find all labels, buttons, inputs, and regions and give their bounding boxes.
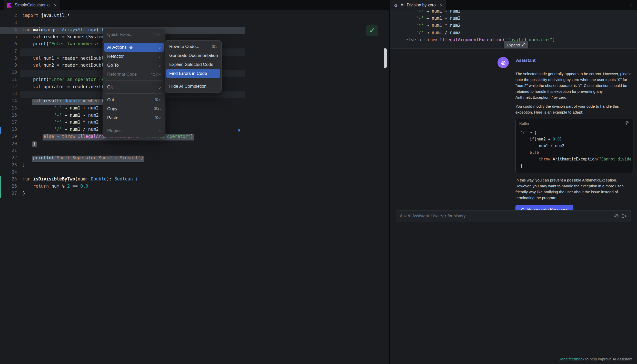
snippet-code-line: '/' → num1 / num2 <box>416 30 461 37</box>
menu-shortcut: ⌘. <box>212 44 217 49</box>
line-number: 8 <box>0 56 17 63</box>
ai-chat-input[interactable] <box>400 214 611 218</box>
line-number: 17 <box>0 119 17 127</box>
line-number: 11 <box>0 77 17 84</box>
menu-item-label: Hide AI Completion <box>169 84 207 89</box>
menu-shortcut: ⌥⇧F <box>151 72 161 77</box>
code-line[interactable]: val operator = reader.next() <box>33 84 107 91</box>
menu-item-paste[interactable]: Paste⌘V <box>104 113 164 122</box>
ai-actions-submenu: Rewrite Code...⌘.Generate DocumentationE… <box>165 40 222 93</box>
kotlin-code-block: Kotlin '/' → {if(num2 ≠ 0.0)num1 / num2e… <box>515 119 633 173</box>
code-line[interactable]: val num1 = reader.nextDouble() <box>33 56 112 63</box>
inspections-status-widget[interactable]: ✓ <box>366 25 378 36</box>
chevron-right-icon: › <box>159 63 161 68</box>
editor-context-menu: Quick Fixes...⌥↵AI Actions›Refactor›Go T… <box>103 28 165 137</box>
close-tab-icon[interactable]: × <box>54 3 57 8</box>
code-line[interactable]: print("Enter two numbers: ") <box>33 41 107 48</box>
menu-item-label: AI Actions <box>107 45 127 50</box>
menu-item-quick-fixes: Quick Fixes...⌥↵ <box>104 30 164 39</box>
kotlin-file-icon <box>7 3 12 8</box>
tab-ai-division-by-zero[interactable]: AI: Division by zero × <box>390 0 446 10</box>
menu-item-go-to[interactable]: Go To› <box>104 61 164 70</box>
ai-spiral-icon <box>393 3 398 7</box>
menu-item-hide-ai-completion[interactable]: Hide AI Completion <box>166 82 220 91</box>
send-feedback-link[interactable]: Send feedback <box>559 357 584 361</box>
check-icon: ✓ <box>369 26 375 35</box>
copy-code-icon[interactable] <box>625 121 630 126</box>
expand-icon <box>522 43 525 47</box>
fleet-ide-window: SimpleCalculator.kt × AI: Division by ze… <box>0 0 637 364</box>
menu-item-label: Copy <box>107 106 117 112</box>
line-number: 20 <box>0 141 17 148</box>
code-line[interactable]: '-' → num1 - num2 <box>54 113 99 120</box>
code-block-header: Kotlin <box>516 119 633 128</box>
line-number: 21 <box>0 148 17 155</box>
ai-chat-input-box[interactable]: @ <box>396 210 631 222</box>
menu-shortcut: ⌘C <box>154 107 161 111</box>
editor-tab-title: SimpleCalculator.kt <box>15 3 50 7</box>
expand-button-label: Expand <box>507 43 520 47</box>
code-line[interactable]: '+' → num1 + num2 <box>54 105 99 113</box>
tab-simplecalculator-kt[interactable]: SimpleCalculator.kt × <box>4 0 60 10</box>
menu-item-git[interactable]: Git› <box>104 83 164 92</box>
code-line[interactable]: fun main(args: Array<String>) { <box>23 27 104 34</box>
line-number: 5 <box>0 34 17 41</box>
code-line[interactable]: } <box>33 141 36 148</box>
line-number: 12 <box>0 84 17 91</box>
menu-separator <box>105 124 163 124</box>
menu-item-find-errors-in-code[interactable]: Find Errors in Code <box>166 69 220 78</box>
code-line[interactable]: '*' → num1 * num2 <box>54 119 99 127</box>
close-tab-icon[interactable]: × <box>440 3 443 8</box>
send-icon[interactable] <box>622 214 627 219</box>
at-mention-icon[interactable]: @ <box>614 214 619 219</box>
code-line[interactable]: } <box>23 191 25 198</box>
menu-item-ai-actions[interactable]: AI Actions› <box>104 43 164 52</box>
code-line[interactable]: } <box>23 162 25 169</box>
line-number: 9 <box>0 63 17 70</box>
ai-spiral-icon <box>129 45 133 49</box>
menu-item-label: Reformat Code <box>107 72 137 77</box>
menu-separator <box>105 41 163 41</box>
code-block-language: Kotlin <box>519 121 529 126</box>
code-line[interactable]: import java.util.* <box>23 13 70 20</box>
line-number: 13 <box>0 91 17 98</box>
line-number: 19 <box>0 134 17 141</box>
snippet-code-line: '-' → num1 - num2 <box>416 16 461 23</box>
ai-assistant-panel: Expand '+' → num1 + num2'-' → num1 - num… <box>390 10 637 364</box>
menu-item-label: Refactor <box>107 54 124 59</box>
chevron-right-icon: › <box>159 128 161 133</box>
menu-shortcut: ⌘X <box>154 98 161 102</box>
code-block-line: num1 / num2 <box>516 144 633 150</box>
snippet-code-line: '*' → num1 * num2 <box>416 23 461 30</box>
inline-hint-dot <box>238 129 240 132</box>
line-number: 23 <box>0 162 17 169</box>
menu-item-rewrite-code[interactable]: Rewrite Code...⌘. <box>166 42 220 51</box>
line-number: 10 <box>0 70 17 77</box>
chevron-right-icon: › <box>159 45 161 50</box>
editor-scrollbar-thumb[interactable] <box>384 48 387 68</box>
snippet-code-line: '+' → num1 + num2 <box>416 10 461 16</box>
assistant-message: The selected code generally appears to b… <box>515 60 633 215</box>
line-number: 22 <box>0 155 17 162</box>
new-tab-button[interactable]: + <box>629 1 633 9</box>
code-line[interactable]: return num % 2 == 0.0 <box>33 184 88 191</box>
line-number: 25 <box>0 176 17 184</box>
ai-tab-title: AI: Division by zero <box>401 3 436 7</box>
menu-item-cut[interactable]: Cut⌘X <box>104 95 164 104</box>
panel-divider <box>389 0 390 364</box>
code-block-line: '/' → { <box>516 130 633 137</box>
menu-item-generate-documentation[interactable]: Generate Documentation <box>166 51 220 60</box>
code-line[interactable]: fun isDivisibleByTwo(num: Double): Boole… <box>23 176 138 184</box>
code-line[interactable]: val num2 = reader.nextDouble() <box>33 63 112 70</box>
menu-item-explain-selected-code[interactable]: Explain Selected Code <box>166 60 220 69</box>
menu-item-refactor[interactable]: Refactor› <box>104 52 164 61</box>
line-number: 26 <box>0 184 17 191</box>
code-block-line: } <box>516 164 633 170</box>
code-line[interactable]: '/' → num1 / num2 <box>54 127 99 134</box>
assistant-paragraph-2: You could modify the division part of yo… <box>515 103 633 115</box>
code-line[interactable]: println("$num1 $operator $num2 = $result… <box>33 155 143 162</box>
menu-item-reformat-code: Reformat Code⌥⇧F <box>104 70 164 79</box>
expand-button[interactable]: Expand <box>504 41 528 49</box>
menu-item-copy[interactable]: Copy⌘C <box>104 104 164 113</box>
tab-bar: SimpleCalculator.kt × AI: Division by ze… <box>0 0 637 10</box>
